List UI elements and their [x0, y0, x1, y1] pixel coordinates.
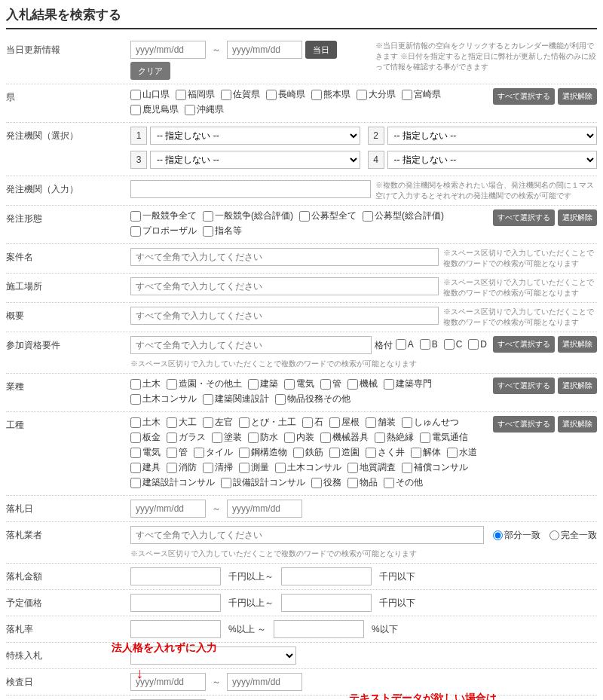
awardee-partial-radio[interactable]: 部分一致: [493, 529, 540, 542]
amount-from[interactable]: [130, 567, 221, 585]
industry-cb-8[interactable]: 建築関連設計: [203, 393, 269, 405]
worktype-cb-10[interactable]: 塗装: [212, 431, 242, 444]
industry-cb-2[interactable]: 建築: [248, 378, 278, 390]
worktype-clear[interactable]: 選択解除: [558, 416, 597, 433]
qual-clear[interactable]: 選択解除: [558, 336, 597, 353]
industry-cb-3[interactable]: 電気: [284, 378, 314, 390]
rank-cb-0[interactable]: A: [396, 339, 414, 350]
pref-cb-5[interactable]: 大分県: [357, 88, 396, 101]
bidtype-cb-5[interactable]: 指名等: [203, 225, 242, 237]
worktype-cb-29[interactable]: 土木コンサル: [275, 461, 341, 474]
pref-cb-0[interactable]: 山口県: [130, 88, 170, 101]
award-date-to[interactable]: [227, 500, 302, 518]
pref-cb-8[interactable]: 沖縄県: [185, 103, 224, 116]
update-date-from[interactable]: [130, 41, 206, 59]
qual-input[interactable]: [130, 336, 372, 354]
worktype-cb-27[interactable]: 清掃: [203, 461, 233, 474]
worktype-cb-11[interactable]: 防水: [248, 431, 278, 444]
worktype-cb-8[interactable]: 板金: [130, 431, 161, 444]
org-input[interactable]: [130, 180, 371, 198]
org-select-3[interactable]: -- 指定しない --: [150, 151, 360, 169]
worktype-cb-1[interactable]: 大工: [167, 416, 197, 429]
pref-cb-1[interactable]: 福岡県: [176, 88, 215, 101]
worktype-cb-20[interactable]: 鉄筋: [293, 446, 323, 459]
worktype-cb-2[interactable]: 左官: [203, 416, 233, 429]
worktype-cb-19[interactable]: 鋼構造物: [239, 446, 287, 459]
industry-cb-7[interactable]: 土木コンサル: [130, 393, 197, 405]
worktype-cb-16[interactable]: 電気: [130, 446, 161, 459]
inspect-to[interactable]: [227, 673, 302, 691]
award-date-from[interactable]: [130, 500, 206, 518]
inspect-from[interactable]: [130, 673, 206, 691]
worktype-cb-0[interactable]: 土木: [130, 416, 161, 429]
worktype-cb-6[interactable]: 舗装: [366, 416, 396, 429]
projname-input[interactable]: [130, 248, 439, 266]
worktype-cb-17[interactable]: 管: [167, 446, 188, 459]
rank-cb-3[interactable]: D: [468, 339, 487, 350]
rank-cb-1[interactable]: B: [420, 339, 438, 350]
worktype-cb-14[interactable]: 熱絶縁: [375, 431, 414, 444]
worktype-select-all[interactable]: すべて選択する: [493, 416, 555, 433]
worktype-cb-13[interactable]: 機械器具: [320, 431, 369, 444]
bidtype-cb-4[interactable]: プロポーザル: [130, 225, 197, 237]
industry-cb-0[interactable]: 土木: [130, 378, 161, 390]
worktype-cb-9[interactable]: ガラス: [167, 431, 206, 444]
industry-cb-4[interactable]: 管: [320, 378, 341, 390]
worktype-cb-12[interactable]: 内装: [284, 431, 314, 444]
awardee-input[interactable]: [130, 526, 484, 544]
special-select[interactable]: [130, 647, 296, 665]
worktype-cb-23[interactable]: 解体: [411, 446, 441, 459]
worktype-cb-4[interactable]: 石: [302, 416, 323, 429]
worktype-cb-30[interactable]: 地質調査: [347, 461, 396, 474]
pref-cb-2[interactable]: 佐賀県: [221, 88, 260, 101]
awardee-exact-radio[interactable]: 完全一致: [549, 529, 597, 542]
org-select-4[interactable]: -- 指定しない --: [387, 151, 598, 169]
worktype-cb-24[interactable]: 水道: [447, 446, 477, 459]
worktype-cb-26[interactable]: 消防: [167, 461, 197, 474]
worktype-cb-3[interactable]: とび・土工: [239, 416, 296, 429]
industry-cb-5[interactable]: 機械: [347, 378, 378, 390]
pref-select-all[interactable]: すべて選択する: [493, 88, 555, 105]
industry-cb-6[interactable]: 建築専門: [384, 378, 432, 390]
place-input[interactable]: [130, 277, 439, 295]
today-button[interactable]: 当日: [305, 41, 337, 59]
worktype-cb-32[interactable]: 建築設計コンサル: [130, 476, 215, 489]
update-date-to[interactable]: [227, 41, 302, 59]
pref-cb-7[interactable]: 鹿児島県: [130, 103, 179, 116]
worktype-cb-5[interactable]: 屋根: [329, 416, 360, 429]
worktype-cb-28[interactable]: 測量: [239, 461, 269, 474]
yotei-to[interactable]: [281, 594, 372, 612]
worktype-cb-33[interactable]: 設備設計コンサル: [221, 476, 305, 489]
rate-to[interactable]: [274, 620, 364, 638]
clear-date-button[interactable]: クリア: [130, 62, 170, 80]
bidtype-cb-2[interactable]: 公募型全て: [299, 209, 357, 222]
worktype-cb-15[interactable]: 電気通信: [420, 431, 468, 444]
bidtype-select-all[interactable]: すべて選択する: [493, 209, 555, 226]
org-select-2[interactable]: -- 指定しない --: [387, 127, 598, 145]
worktype-cb-36[interactable]: その他: [384, 476, 423, 489]
bidtype-cb-1[interactable]: 一般競争(総合評価): [203, 209, 293, 222]
pref-cb-3[interactable]: 長崎県: [266, 88, 305, 101]
bidtype-cb-0[interactable]: 一般競争全て: [130, 209, 197, 222]
bidtype-cb-3[interactable]: 公募型(総合評価): [363, 209, 444, 222]
rate-from[interactable]: [130, 620, 221, 638]
worktype-cb-35[interactable]: 物品: [347, 476, 378, 489]
pref-cb-6[interactable]: 宮崎県: [402, 88, 441, 101]
pref-cb-4[interactable]: 熊本県: [311, 88, 350, 101]
org-select-1[interactable]: -- 指定しない --: [150, 127, 360, 145]
industry-clear[interactable]: 選択解除: [558, 378, 597, 394]
worktype-cb-18[interactable]: タイル: [194, 446, 233, 459]
industry-cb-9[interactable]: 物品役務その他: [275, 393, 350, 405]
worktype-cb-7[interactable]: しゅんせつ: [402, 416, 459, 429]
rank-cb-2[interactable]: C: [444, 339, 463, 350]
industry-cb-1[interactable]: 造園・その他土: [167, 378, 242, 390]
worktype-cb-22[interactable]: さく井: [366, 446, 405, 459]
worktype-cb-21[interactable]: 造園: [329, 446, 360, 459]
worktype-cb-31[interactable]: 補償コンサル: [402, 461, 468, 474]
yotei-from[interactable]: [130, 594, 221, 612]
industry-select-all[interactable]: すべて選択する: [493, 378, 555, 394]
worktype-cb-25[interactable]: 建具: [130, 461, 161, 474]
summary-input[interactable]: [130, 307, 439, 325]
amount-to[interactable]: [281, 567, 372, 585]
worktype-cb-34[interactable]: 役務: [311, 476, 341, 489]
